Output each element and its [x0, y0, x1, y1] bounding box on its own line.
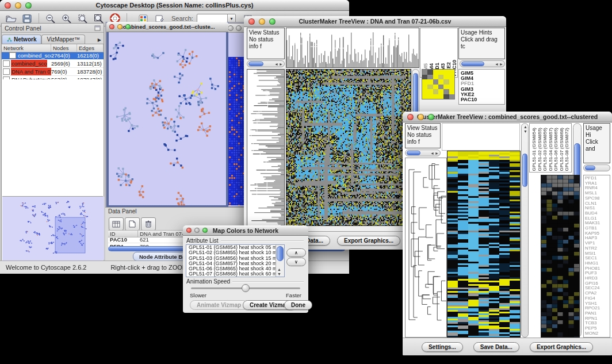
gene-label[interactable]: HAP3	[585, 236, 609, 241]
usage-hints-scrollbar[interactable]: ◄ ►	[460, 60, 505, 67]
column-label[interactable]: GPL51-07 (GSM868)	[559, 128, 564, 171]
save-icon[interactable]	[21, 13, 33, 24]
heatmap-canvas[interactable]	[447, 151, 520, 337]
minimize-button[interactable]	[259, 18, 265, 25]
animate-vizmap-button[interactable]: Animate Vizmap	[190, 300, 248, 310]
gene-label[interactable]: NTR2	[585, 246, 609, 251]
network-overview-panel[interactable]	[2, 196, 103, 260]
row-dendrogram-panel[interactable]	[247, 69, 285, 226]
treeview2-button[interactable]: Export Graphics...	[530, 342, 593, 352]
usage-hints-scrollbar[interactable]	[583, 164, 610, 171]
gene-label[interactable]: SPC98	[585, 196, 609, 201]
gene-label[interactable]: CLN1	[585, 201, 609, 206]
close-button[interactable]	[109, 24, 114, 29]
row-dendrogram-canvas[interactable]	[247, 70, 284, 225]
gene-label[interactable]: RNR4	[585, 186, 609, 191]
correlation-matrix[interactable]	[422, 69, 455, 99]
gene-label[interactable]: SEC1	[585, 256, 609, 261]
tab-vizmapper[interactable]: VizMapper™	[41, 35, 85, 44]
attribute-list-scrollbar[interactable]: ▲ ▼	[276, 245, 284, 277]
column-label[interactable]: GPL51-08 (GSM872)	[564, 128, 569, 171]
network-row[interactable]: combined_sco 2569(6) 13112(15)	[2, 60, 104, 68]
zoom-button[interactable]	[269, 18, 276, 25]
gene-label[interactable]: GPI16	[585, 281, 609, 286]
gene-label[interactable]: PUF3	[585, 271, 609, 276]
gene-label[interactable]: CPA2	[585, 291, 609, 296]
column-label[interactable]: GPL51-03 (GSM856)	[542, 128, 548, 171]
close-button[interactable]	[5, 2, 11, 9]
slider-thumb[interactable]	[242, 284, 250, 292]
minimize-button[interactable]	[15, 2, 21, 9]
float-panel-icon[interactable]	[94, 25, 101, 31]
treeview2-button[interactable]: Save Data...	[473, 342, 519, 352]
network-overview-canvas[interactable]	[2, 197, 104, 260]
zoom-in-icon[interactable]	[60, 13, 73, 24]
zoom-heatmap-canvas[interactable]	[541, 175, 579, 337]
heatmap-panel[interactable]	[447, 151, 521, 338]
gene-label[interactable]: MAK31	[585, 221, 609, 226]
column-dendrogram-canvas[interactable]	[286, 28, 419, 67]
open-file-icon[interactable]	[5, 13, 17, 24]
gene-label[interactable]: TCB3	[585, 321, 609, 326]
gene-label[interactable]: PFD1	[461, 81, 503, 86]
minimize-button[interactable]	[418, 114, 424, 120]
gene-label[interactable]: GTB1	[585, 226, 609, 231]
scroll-up-icon[interactable]: ▲	[277, 267, 281, 271]
dialog-titlebar[interactable]: Map Colors to Network	[183, 225, 308, 236]
zoom-heatmap-panel[interactable]	[541, 175, 580, 338]
gene-label[interactable]: GIM4	[461, 76, 503, 81]
zoom-fit-icon[interactable]	[93, 13, 105, 24]
view-status-scrollbar[interactable]: ◄ ►	[405, 150, 441, 156]
zoom-button[interactable]	[428, 114, 434, 120]
gene-label[interactable]: PEP5	[585, 326, 609, 331]
column-label[interactable]: GPL51-04 (GSM857)	[548, 128, 553, 171]
column-dendrogram-panel[interactable]	[286, 28, 419, 68]
gene-label[interactable]: NIS1	[585, 206, 609, 211]
gene-label[interactable]: YRA1	[585, 181, 609, 186]
gene-label[interactable]: PAN1	[585, 311, 609, 316]
tab-overflow-button[interactable]: ▶	[95, 36, 104, 44]
main-titlebar[interactable]: Cytoscape Desktop (Session Name: collins…	[0, 0, 349, 11]
minimize-button[interactable]	[194, 228, 200, 233]
row-dendrogram-panel[interactable]	[405, 158, 447, 338]
scroll-down-icon[interactable]: ▼	[523, 129, 527, 133]
network-row[interactable]: combined_scores 2764(0) 16218(0)	[2, 52, 104, 60]
heatmap-vscrollbar[interactable]: ▲ ▼	[521, 123, 529, 338]
gene-label[interactable]: BUD4	[585, 211, 609, 216]
heatmap-canvas[interactable]	[286, 70, 411, 225]
close-button[interactable]	[186, 228, 192, 233]
gene-label[interactable]: YSH1	[585, 301, 609, 306]
treeview2-titlebar[interactable]: ClusterMaker TreeView : combined_scores_…	[403, 112, 612, 122]
network-table-header[interactable]: Network Nodes Edges	[2, 44, 104, 52]
done-button[interactable]: Done	[284, 300, 312, 310]
gene-label[interactable]: HMG1	[585, 261, 609, 266]
treeview1-button[interactable]: Export Graphics...	[337, 236, 400, 246]
move-up-button[interactable]: ∧	[286, 248, 306, 257]
gene-label[interactable]: MSI1	[585, 251, 609, 256]
gene-label[interactable]: RPN1	[585, 316, 609, 321]
scroll-right-icon[interactable]: ►	[279, 62, 283, 66]
zoom-selected-icon[interactable]	[76, 13, 89, 24]
gene-label[interactable]: SEC24	[585, 286, 609, 291]
gene-label[interactable]: YKE2	[461, 92, 503, 97]
zoom-button[interactable]	[125, 24, 131, 29]
minimize-button[interactable]	[117, 24, 123, 29]
close-button[interactable]	[228, 25, 234, 31]
gene-label[interactable]: KAP95	[585, 231, 609, 236]
gene-label[interactable]: PAC10	[461, 97, 503, 102]
close-button[interactable]	[407, 114, 414, 120]
gene-label[interactable]: ELG1	[585, 216, 609, 221]
gene-label[interactable]: MON2	[585, 331, 609, 336]
column-label[interactable]: GPL51-01 (GSM854)	[531, 128, 537, 171]
close-button[interactable]	[248, 18, 255, 25]
scroll-right-icon[interactable]: ►	[499, 62, 503, 66]
delete-attribute-button[interactable]	[141, 217, 156, 231]
scroll-down-icon[interactable]: ▼	[277, 272, 281, 276]
move-down-button[interactable]: ∨	[286, 258, 306, 266]
gene-label[interactable]: RPO21	[585, 306, 609, 311]
treeview1-titlebar[interactable]: ClusterMaker TreeView : DNA and Tran 07-…	[244, 16, 506, 27]
tab-network[interactable]: Network	[2, 35, 41, 44]
column-label[interactable]: GPL51-02 (GSM855)	[537, 128, 542, 171]
attribute-item[interactable]: GPL51-07 (GSM868) heat shock 60 min	[188, 271, 277, 277]
zoom-out-icon[interactable]	[44, 13, 57, 24]
